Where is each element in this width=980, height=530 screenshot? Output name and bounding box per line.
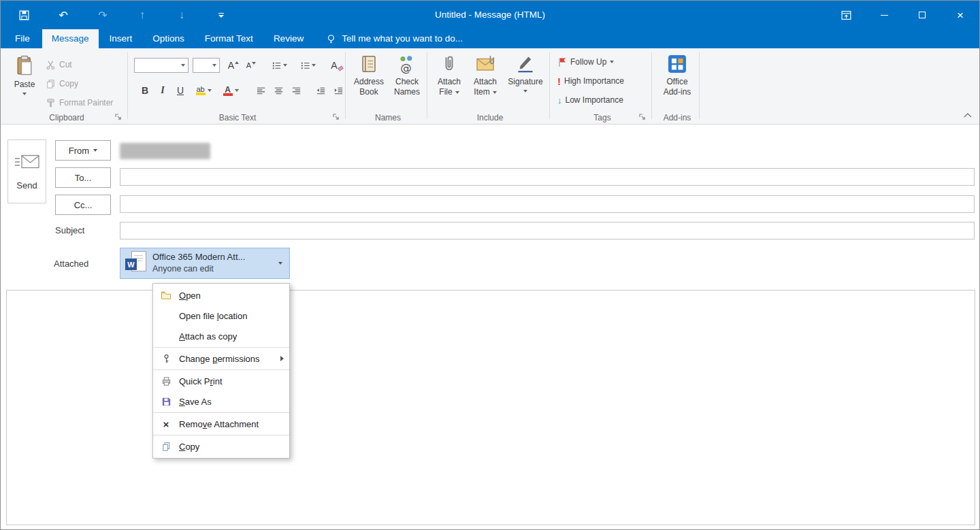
attach-item-button[interactable]: Attach Item: [468, 54, 503, 97]
subject-label: Subject: [55, 225, 84, 235]
menu-item-change-permissions[interactable]: Change permissions: [153, 348, 289, 369]
menu-separator: [153, 435, 289, 435]
compose-area: Send From To... Cc... Subject Attached W: [1, 125, 979, 530]
clipboard-dialog-launcher-icon[interactable]: [114, 113, 122, 121]
to-field[interactable]: [120, 168, 975, 186]
dropdown-arrow-icon: [22, 93, 27, 95]
cc-button[interactable]: Cc...: [55, 195, 111, 215]
underline-button[interactable]: U: [172, 82, 189, 99]
increase-indent-button[interactable]: [330, 82, 346, 99]
cc-field[interactable]: [120, 195, 975, 213]
tab-file[interactable]: File: [4, 29, 41, 48]
paste-button[interactable]: Paste: [9, 54, 40, 111]
menu-item-save-as[interactable]: Save As: [153, 391, 289, 412]
copy-icon: [46, 79, 56, 89]
address-book-button[interactable]: Address Book: [350, 54, 387, 97]
office-addins-icon: [667, 54, 687, 74]
basic-text-dialog-launcher-icon[interactable]: [332, 113, 340, 121]
dropdown-arrow-icon: [181, 64, 185, 67]
align-center-button[interactable]: [270, 82, 287, 99]
ribbon-group-clipboard: Paste Cut Copy Format Painter: [6, 48, 127, 125]
align-left-button[interactable]: [252, 82, 269, 99]
printer-icon: [159, 376, 174, 386]
grow-font-button[interactable]: A: [225, 57, 242, 73]
tab-message[interactable]: Message: [42, 29, 99, 48]
font-name-combo[interactable]: [134, 58, 189, 73]
collapse-ribbon-icon[interactable]: [963, 112, 973, 120]
customize-qat-icon[interactable]: [214, 8, 228, 22]
attachment-chip[interactable]: W Office 365 Modern Att... Anyone can ed…: [120, 248, 290, 279]
next-item-icon[interactable]: ↓: [175, 8, 189, 22]
italic-button[interactable]: I: [154, 82, 171, 99]
tags-dialog-launcher-icon[interactable]: [638, 113, 647, 121]
tab-insert[interactable]: Insert: [100, 29, 142, 48]
decrease-indent-button[interactable]: [312, 82, 329, 99]
bold-button[interactable]: B: [137, 82, 153, 99]
shrink-font-button[interactable]: A: [243, 57, 259, 73]
high-importance-button[interactable]: ! High Importance: [557, 73, 624, 89]
minimize-button[interactable]: [865, 1, 903, 29]
outlook-message-window: ↶ ↷ ↑ ↓ Untitled - Message (HTML) × File…: [0, 0, 980, 530]
menu-item-open[interactable]: Open: [153, 285, 289, 305]
text-highlight-button[interactable]: ab: [193, 82, 214, 99]
check-names-label-2: Names: [394, 87, 420, 97]
from-button[interactable]: From: [55, 140, 111, 161]
tags-group-label: Tags: [553, 113, 651, 122]
tell-me-box[interactable]: Tell me what you want to do...: [326, 29, 463, 48]
menu-item-quick-print[interactable]: Quick Print: [153, 371, 289, 391]
numbering-button[interactable]: [297, 57, 318, 73]
attachment-title: Office 365 Modern Att...: [152, 252, 245, 263]
ribbon: Paste Cut Copy Format Painter: [1, 48, 979, 125]
copy-button[interactable]: Copy: [46, 76, 78, 92]
tab-format-text[interactable]: Format Text: [195, 29, 263, 48]
menu-item-copy[interactable]: Copy: [153, 436, 289, 457]
grow-font-icon: A: [228, 61, 234, 70]
font-color-button[interactable]: A: [220, 82, 242, 99]
ribbon-group-addins: Office Add-ins Add-ins: [655, 48, 699, 125]
subject-field[interactable]: [120, 222, 975, 239]
addins-group-label: Add-ins: [655, 113, 699, 122]
open-folder-icon: [159, 290, 174, 301]
cut-button[interactable]: Cut: [46, 56, 72, 73]
ribbon-group-basic-text: A A A B I U ab: [130, 48, 345, 125]
attach-file-button[interactable]: Attach File: [432, 54, 466, 97]
previous-item-icon[interactable]: ↑: [135, 8, 149, 22]
format-painter-button[interactable]: Format Painter: [46, 95, 113, 111]
message-body-editor[interactable]: [6, 290, 975, 525]
low-importance-label: Low Importance: [566, 95, 623, 105]
send-envelope-icon: [14, 153, 40, 171]
signature-label: Signature: [508, 77, 542, 87]
attachment-dropdown-icon[interactable]: [278, 262, 282, 265]
tab-options[interactable]: Options: [143, 29, 194, 48]
check-names-label-1: Check: [395, 77, 419, 87]
ribbon-tab-row: File Message Insert Options Format Text …: [1, 29, 979, 48]
bullets-button[interactable]: [269, 57, 289, 73]
office-addins-button[interactable]: Office Add-ins: [658, 54, 696, 97]
save-icon[interactable]: [17, 8, 31, 22]
address-book-label-2: Book: [359, 87, 378, 97]
undo-icon[interactable]: ↶: [56, 8, 70, 22]
flag-icon: [557, 57, 567, 67]
close-button[interactable]: ×: [941, 1, 979, 29]
address-book-icon: [359, 54, 379, 74]
check-names-button[interactable]: @ Check Names: [389, 54, 425, 97]
follow-up-button[interactable]: Follow Up: [557, 54, 614, 70]
maximize-button[interactable]: [903, 1, 941, 29]
tab-review[interactable]: Review: [264, 29, 313, 48]
clear-formatting-button[interactable]: A: [329, 57, 345, 73]
office-addins-label-2: Add-ins: [664, 87, 691, 97]
send-button[interactable]: Send: [7, 139, 46, 203]
to-button[interactable]: To...: [55, 167, 111, 188]
redo-icon[interactable]: ↷: [96, 8, 110, 22]
check-names-icon: @: [397, 54, 417, 74]
menu-item-remove-attachment[interactable]: × Remove Attachment: [153, 414, 289, 434]
low-importance-button[interactable]: ↓ Low Importance: [557, 92, 623, 108]
ribbon-group-names: Address Book @ Check Names Names: [349, 48, 427, 125]
from-address-redacted: [120, 143, 210, 159]
align-right-button[interactable]: [288, 82, 304, 99]
signature-button[interactable]: Signature: [504, 54, 546, 93]
menu-item-open-file-location[interactable]: Open file location: [153, 305, 289, 326]
ribbon-display-options-icon[interactable]: [827, 1, 865, 29]
menu-item-attach-as-copy[interactable]: Attach as copy: [153, 326, 289, 346]
font-size-combo[interactable]: [193, 58, 220, 73]
